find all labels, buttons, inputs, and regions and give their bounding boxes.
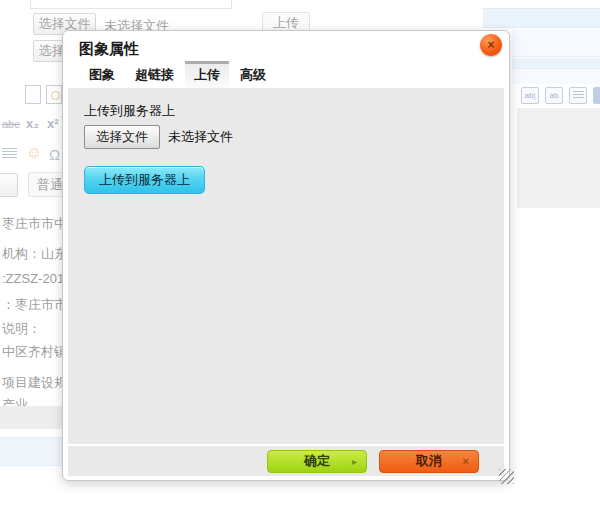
close-button[interactable]: × [480,34,502,56]
close-icon: × [487,39,494,51]
ok-button-label: 确定 [304,452,330,470]
dialog-tabs: 图象 超链接 上传 高级 [63,62,509,88]
tab-hyperlink[interactable]: 超链接 [126,61,183,88]
image-properties-dialog: 图象属性 × 图象 超链接 上传 高级 上传到服务器上 选择文件 未选择文件 上… [62,30,510,481]
ok-arrow-icon: ▸ [352,456,357,467]
tab-advanced[interactable]: 高级 [231,61,275,88]
dialog-title: 图象属性 [79,40,139,59]
choose-file-button[interactable]: 选择文件 [84,125,160,149]
cancel-button[interactable]: 取消 × [379,450,479,473]
ok-button[interactable]: 确定 ▸ [267,450,367,473]
upload-to-server-button[interactable]: 上传到服务器上 [84,166,205,194]
tab-upload[interactable]: 上传 [185,61,229,88]
tab-image[interactable]: 图象 [80,61,124,88]
file-input-row: 选择文件 未选择文件 [84,125,488,149]
no-file-selected-text: 未选择文件 [168,128,233,146]
dialog-footer: 确定 ▸ 取消 × [68,444,504,476]
upload-tab-panel: 上传到服务器上 选择文件 未选择文件 上传到服务器上 [68,88,504,444]
cancel-button-label: 取消 [416,452,442,470]
cancel-x-icon: × [463,455,469,467]
resize-handle[interactable] [499,469,514,484]
upload-section-label: 上传到服务器上 [84,102,488,120]
dialog-header: 图象属性 × [63,31,509,62]
